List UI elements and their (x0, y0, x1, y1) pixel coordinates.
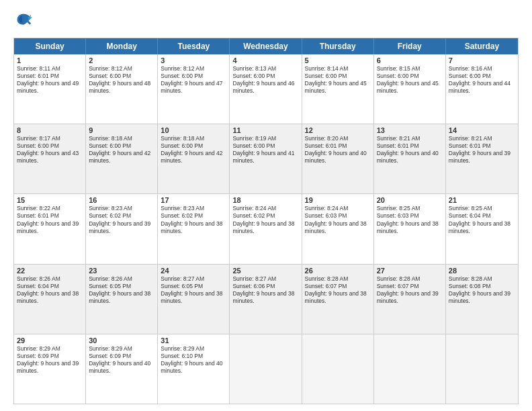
cell-info: Sunrise: 8:29 AM Sunset: 6:10 PM Dayligh… (161, 345, 226, 375)
cell-info: Sunrise: 8:12 AM Sunset: 6:00 PM Dayligh… (161, 65, 226, 95)
day-number: 17 (161, 196, 226, 204)
calendar-cell-empty (230, 334, 302, 404)
cell-info: Sunrise: 8:23 AM Sunset: 6:02 PM Dayligh… (89, 205, 154, 234)
day-number: 15 (17, 196, 83, 204)
calendar-cell: 9 Sunrise: 8:18 AM Sunset: 6:00 PM Dayli… (86, 124, 158, 193)
cell-info: Sunrise: 8:11 AM Sunset: 6:01 PM Dayligh… (17, 65, 83, 95)
day-number: 8 (17, 126, 83, 134)
calendar-cell: 1 Sunrise: 8:11 AM Sunset: 6:01 PM Dayli… (14, 54, 86, 124)
calendar-cell: 11 Sunrise: 8:19 AM Sunset: 6:00 PM Dayl… (230, 124, 302, 193)
calendar-cell: 29 Sunrise: 8:29 AM Sunset: 6:09 PM Dayl… (14, 334, 86, 404)
cell-info: Sunrise: 8:25 AM Sunset: 6:03 PM Dayligh… (377, 205, 443, 234)
day-number: 2 (89, 56, 154, 64)
calendar-cell-empty (446, 334, 518, 404)
day-number: 3 (161, 56, 226, 64)
calendar-cell: 18 Sunrise: 8:24 AM Sunset: 6:02 PM Dayl… (230, 194, 302, 263)
day-number: 10 (161, 126, 226, 134)
cell-info: Sunrise: 8:21 AM Sunset: 6:01 PM Dayligh… (377, 135, 443, 165)
calendar-cell: 20 Sunrise: 8:25 AM Sunset: 6:03 PM Dayl… (374, 194, 446, 263)
cell-info: Sunrise: 8:27 AM Sunset: 6:05 PM Dayligh… (161, 275, 226, 305)
day-number: 5 (305, 56, 371, 64)
cell-info: Sunrise: 8:28 AM Sunset: 6:07 PM Dayligh… (377, 275, 443, 305)
weekday-header: Wednesday (230, 38, 302, 54)
weekday-header: Sunday (14, 38, 86, 54)
calendar-cell: 21 Sunrise: 8:25 AM Sunset: 6:04 PM Dayl… (446, 194, 518, 263)
calendar-cell: 19 Sunrise: 8:24 AM Sunset: 6:03 PM Dayl… (302, 194, 374, 263)
cell-info: Sunrise: 8:20 AM Sunset: 6:01 PM Dayligh… (305, 135, 371, 165)
calendar-cell: 6 Sunrise: 8:15 AM Sunset: 6:00 PM Dayli… (374, 54, 446, 124)
day-number: 25 (232, 267, 298, 275)
day-number: 22 (17, 267, 83, 275)
day-number: 6 (377, 56, 443, 64)
cell-info: Sunrise: 8:12 AM Sunset: 6:00 PM Dayligh… (89, 65, 154, 95)
cell-info: Sunrise: 8:13 AM Sunset: 6:00 PM Dayligh… (232, 65, 298, 95)
day-number: 30 (89, 336, 154, 345)
calendar-cell: 7 Sunrise: 8:16 AM Sunset: 6:00 PM Dayli… (446, 54, 518, 124)
day-number: 7 (449, 56, 515, 64)
calendar-row: 22 Sunrise: 8:26 AM Sunset: 6:04 PM Dayl… (14, 264, 518, 334)
cell-info: Sunrise: 8:17 AM Sunset: 6:00 PM Dayligh… (17, 135, 83, 165)
day-number: 26 (305, 267, 371, 275)
weekday-header: Friday (374, 38, 446, 54)
calendar-cell: 12 Sunrise: 8:20 AM Sunset: 6:01 PM Dayl… (302, 124, 374, 193)
cell-info: Sunrise: 8:26 AM Sunset: 6:05 PM Dayligh… (89, 275, 154, 305)
cell-info: Sunrise: 8:24 AM Sunset: 6:03 PM Dayligh… (305, 205, 371, 234)
day-number: 9 (89, 126, 154, 134)
day-number: 19 (305, 196, 371, 204)
day-number: 29 (17, 336, 83, 345)
day-number: 1 (17, 56, 83, 64)
cell-info: Sunrise: 8:21 AM Sunset: 6:01 PM Dayligh… (449, 135, 515, 165)
weekday-header: Thursday (302, 38, 374, 54)
calendar-cell: 25 Sunrise: 8:27 AM Sunset: 6:06 PM Dayl… (230, 265, 302, 334)
calendar-body: 1 Sunrise: 8:11 AM Sunset: 6:01 PM Dayli… (14, 54, 518, 404)
calendar-cell: 27 Sunrise: 8:28 AM Sunset: 6:07 PM Dayl… (374, 265, 446, 334)
calendar-cell: 5 Sunrise: 8:14 AM Sunset: 6:00 PM Dayli… (302, 54, 374, 124)
day-number: 16 (89, 196, 154, 204)
day-number: 14 (449, 126, 515, 134)
cell-info: Sunrise: 8:23 AM Sunset: 6:02 PM Dayligh… (161, 205, 226, 234)
day-number: 28 (449, 267, 515, 275)
day-number: 27 (377, 267, 443, 275)
calendar-cell: 8 Sunrise: 8:17 AM Sunset: 6:00 PM Dayli… (14, 124, 86, 193)
weekday-header: Saturday (446, 38, 518, 54)
calendar-cell: 15 Sunrise: 8:22 AM Sunset: 6:01 PM Dayl… (14, 194, 86, 263)
calendar-page: SundayMondayTuesdayWednesdayThursdayFrid… (0, 0, 532, 411)
calendar-row: 8 Sunrise: 8:17 AM Sunset: 6:00 PM Dayli… (14, 124, 518, 193)
cell-info: Sunrise: 8:18 AM Sunset: 6:00 PM Dayligh… (161, 135, 226, 165)
cell-info: Sunrise: 8:27 AM Sunset: 6:06 PM Dayligh… (232, 275, 298, 305)
calendar-cell: 31 Sunrise: 8:29 AM Sunset: 6:10 PM Dayl… (158, 334, 230, 404)
cell-info: Sunrise: 8:16 AM Sunset: 6:00 PM Dayligh… (449, 65, 515, 95)
calendar-row: 1 Sunrise: 8:11 AM Sunset: 6:01 PM Dayli… (14, 54, 518, 124)
cell-info: Sunrise: 8:22 AM Sunset: 6:01 PM Dayligh… (17, 205, 83, 234)
calendar-cell: 26 Sunrise: 8:28 AM Sunset: 6:07 PM Dayl… (302, 265, 374, 334)
cell-info: Sunrise: 8:24 AM Sunset: 6:02 PM Dayligh… (232, 205, 298, 234)
calendar-cell: 13 Sunrise: 8:21 AM Sunset: 6:01 PM Dayl… (374, 124, 446, 193)
calendar-cell: 30 Sunrise: 8:29 AM Sunset: 6:09 PM Dayl… (86, 334, 158, 404)
day-number: 21 (449, 196, 515, 204)
calendar-cell: 16 Sunrise: 8:23 AM Sunset: 6:02 PM Dayl… (86, 194, 158, 263)
calendar-cell-empty (374, 334, 446, 404)
weekday-header: Monday (86, 38, 158, 54)
calendar-cell: 3 Sunrise: 8:12 AM Sunset: 6:00 PM Dayli… (158, 54, 230, 124)
day-number: 24 (161, 267, 226, 275)
cell-info: Sunrise: 8:25 AM Sunset: 6:04 PM Dayligh… (449, 205, 515, 234)
cell-info: Sunrise: 8:29 AM Sunset: 6:09 PM Dayligh… (17, 345, 83, 375)
cell-info: Sunrise: 8:15 AM Sunset: 6:00 PM Dayligh… (377, 65, 443, 95)
day-number: 18 (232, 196, 298, 204)
cell-info: Sunrise: 8:19 AM Sunset: 6:00 PM Dayligh… (232, 135, 298, 165)
calendar-cell: 22 Sunrise: 8:26 AM Sunset: 6:04 PM Dayl… (14, 265, 86, 334)
day-number: 20 (377, 196, 443, 204)
calendar-cell: 24 Sunrise: 8:27 AM Sunset: 6:05 PM Dayl… (158, 265, 230, 334)
calendar-row: 29 Sunrise: 8:29 AM Sunset: 6:09 PM Dayl… (14, 334, 518, 404)
calendar-header: SundayMondayTuesdayWednesdayThursdayFrid… (14, 38, 518, 54)
day-number: 31 (161, 336, 226, 345)
cell-info: Sunrise: 8:26 AM Sunset: 6:04 PM Dayligh… (17, 275, 83, 305)
day-number: 23 (89, 267, 154, 275)
cell-info: Sunrise: 8:18 AM Sunset: 6:00 PM Dayligh… (89, 135, 154, 165)
day-number: 4 (232, 56, 298, 64)
calendar-row: 15 Sunrise: 8:22 AM Sunset: 6:01 PM Dayl… (14, 193, 518, 263)
cell-info: Sunrise: 8:14 AM Sunset: 6:00 PM Dayligh… (305, 65, 371, 95)
calendar-cell: 2 Sunrise: 8:12 AM Sunset: 6:00 PM Dayli… (86, 54, 158, 124)
day-number: 13 (377, 126, 443, 134)
cell-info: Sunrise: 8:28 AM Sunset: 6:08 PM Dayligh… (449, 275, 515, 305)
